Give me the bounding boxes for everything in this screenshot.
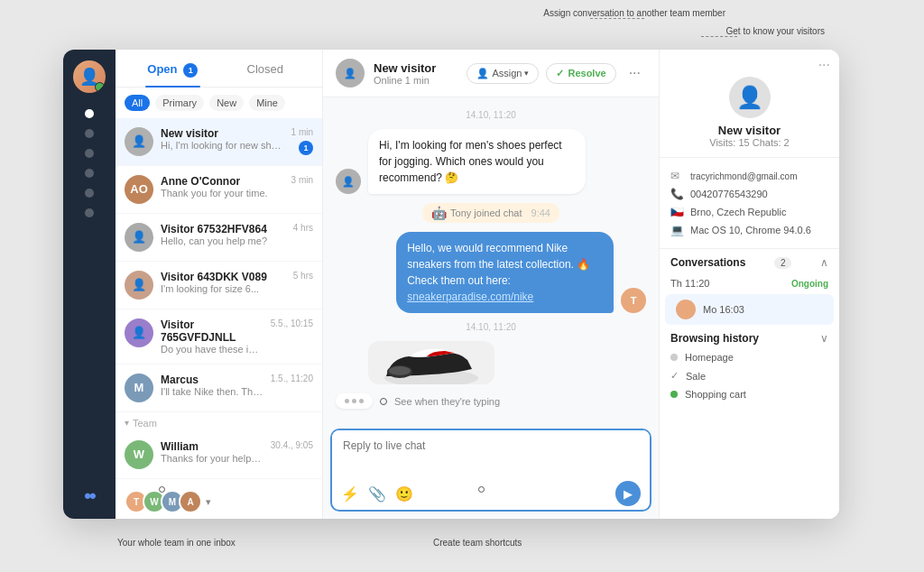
history-avatar [676, 300, 696, 319]
conv-time-william: 30.4., 9:05 [271, 440, 313, 450]
conv-item-1[interactable]: AO Anne O'Connor Thank you for your time… [116, 166, 322, 214]
visitor-profile-name: New visitor [718, 124, 781, 137]
sidebar-dot-1[interactable] [85, 109, 94, 118]
conversations-toggle[interactable]: ∧ [820, 256, 828, 269]
tab-open[interactable]: Open 1 [126, 62, 219, 87]
team-expand-icon[interactable]: ▾ [206, 496, 211, 508]
filter-mine[interactable]: Mine [249, 95, 285, 111]
conv-history-1[interactable]: Th 11:20 Ongoing [660, 272, 839, 294]
conv-name-4: Visitor 765GVFDJNLL [161, 318, 263, 344]
link-icon[interactable]: 📎 [368, 485, 386, 503]
device-value: Mac OS 10, Chrome 94.0.6 [690, 225, 811, 235]
typing-dots [336, 393, 373, 409]
filter-new[interactable]: New [209, 95, 244, 111]
conv-preview-0: Hi, I'm looking for new shoes... [161, 140, 284, 151]
conv-time-0: 1 min [291, 127, 313, 137]
conv-preview-3: I'm looking for size 6... [161, 283, 286, 294]
conv-history-2[interactable]: Mo 16:03 [665, 294, 834, 325]
conv-avatar-2: 👤 [125, 223, 153, 252]
browsing-dot-1 [670, 354, 678, 361]
location-value: Brno, Czech Republic [690, 207, 786, 217]
send-button[interactable]: ▶ [615, 481, 641, 506]
conv-item-5[interactable]: M Marcus I'll take Nike then. Thanks. 1.… [116, 364, 322, 412]
open-badge: 1 [183, 63, 198, 78]
sidebar: 👤 •• [63, 50, 116, 519]
visitor-avatar-large: 👤 [729, 77, 771, 118]
conv-preview-william: Thanks for your help. Appreciate it. [161, 453, 263, 464]
conv-item-0[interactable]: 👤 New visitor Hi, I'm looking for new sh… [116, 118, 322, 166]
device-icon: 💻 [670, 224, 683, 236]
conv-time-1: 3 min [291, 175, 313, 185]
chat-input[interactable] [332, 430, 650, 474]
sidebar-dot-6[interactable] [85, 208, 94, 217]
filter-primary[interactable]: Primary [155, 95, 204, 111]
visitor-details: ✉ tracyrichmond@gmail.com 📞 004207765432… [660, 158, 839, 249]
detail-phone: 📞 00420776543290 [670, 185, 828, 203]
typing-row: See when they're typing [336, 393, 646, 409]
resolve-button[interactable]: ✓ Resolve [546, 63, 615, 84]
typing-hint-text: See when they're typing [394, 396, 500, 407]
conv-name-3: Visitor 643DKK V089 [161, 271, 286, 283]
msg-avatar-visitor: 👤 [336, 169, 361, 194]
detail-device: 💻 Mac OS 10, Chrome 94.0.6 [670, 221, 828, 239]
msg-timestamp-2: 14.10, 11:20 [336, 322, 646, 332]
chat-input-area: ⚡ 📎 🙂 ▶ [330, 429, 651, 512]
browsing-toggle[interactable]: ∨ [820, 332, 828, 345]
svg-point-2 [389, 366, 411, 375]
sidebar-dot-4[interactable] [85, 169, 94, 178]
conv-preview-1: Thank you for your time. [161, 188, 284, 198]
browsing-label-3: Shopping cart [685, 389, 746, 400]
conv-item-2[interactable]: 👤 Visitor 67532HFV864 Hello, can you hel… [116, 214, 322, 262]
conversations-section: Conversations 2 ∧ Th 11:20 Ongoing Mo 16… [660, 249, 839, 325]
conv-item-william[interactable]: W William Thanks for your help. Apprecia… [116, 431, 322, 479]
email-icon: ✉ [670, 170, 683, 182]
annotation-visitors: Get to know your visitors [726, 25, 825, 37]
conv-tabs: Open 1 Closed [116, 50, 322, 88]
user-avatar[interactable]: 👤 [73, 60, 106, 93]
browsing-title: Browsing history [670, 332, 759, 345]
right-more-button[interactable]: ··· [818, 57, 830, 73]
shoe-image [368, 341, 494, 384]
conv-time-2: 4 hrs [293, 223, 313, 233]
tab-closed[interactable]: Closed [219, 62, 312, 87]
browsing-item-3: Shopping cart [660, 385, 839, 403]
sidebar-dot-2[interactable] [85, 129, 94, 138]
app-window: 👤 •• Open 1 Closed All Primary New [63, 50, 839, 519]
typing-hint-circle [380, 398, 387, 405]
conv-preview-2: Hello, can you help me? [161, 235, 286, 246]
conversations-count: 2 [774, 257, 792, 269]
detail-email: ✉ tracyrichmond@gmail.com [670, 167, 828, 185]
emoji-icon[interactable]: 🙂 [395, 485, 413, 503]
msg-timestamp-1: 14.10, 11:20 [336, 110, 646, 120]
conversations-panel: Open 1 Closed All Primary New Mine 👤 New… [116, 50, 323, 519]
team-mini-4: A [179, 490, 202, 513]
annotation-shortcuts: Create team shortcuts [433, 537, 522, 549]
conv-preview-5: I'll take Nike then. Thanks. [161, 386, 263, 397]
conv-unread-0: 1 [299, 141, 313, 155]
conv-item-3[interactable]: 👤 Visitor 643DKK V089 I'm looking for si… [116, 262, 322, 309]
visitor-profile: 👤 New visitor Visits: 15 Chats: 2 [660, 73, 839, 158]
conv-avatar-william: W [125, 440, 153, 469]
conv-name-5: Marcus [161, 374, 263, 386]
conversations-section-header: Conversations 2 ∧ [660, 249, 839, 272]
chat-more-button[interactable]: ··· [624, 63, 646, 83]
attachment-icon[interactable]: ⚡ [341, 485, 359, 503]
detail-location: 🇨🇿 Brno, Czech Republic [670, 203, 828, 221]
assign-button[interactable]: 👤 Assign ▾ [467, 63, 539, 84]
browsing-section-header: Browsing history ∨ [660, 325, 839, 348]
conversations-title: Conversations [670, 256, 745, 269]
connector-line-2 [701, 36, 737, 37]
sidebar-dot-5[interactable] [85, 189, 94, 198]
conv-time-5: 1.5., 11:20 [271, 374, 313, 383]
filter-all[interactable]: All [125, 95, 150, 111]
msg-bubble-outgoing-1: Hello, we would recommend Nike sneakers … [396, 232, 614, 313]
team-avatars-row: T W M A ▾ [116, 484, 322, 519]
chat-header: 👤 New visitor Online 1 min 👤 Assign ▾ ✓ … [323, 50, 659, 97]
conv-preview-4: Do you have these in blue? [161, 344, 263, 355]
team-label: Team [116, 412, 322, 431]
conv-item-4[interactable]: 👤 Visitor 765GVFDJNLL Do you have these … [116, 309, 322, 364]
sidebar-dot-3[interactable] [85, 149, 94, 158]
connector-dot-2 [478, 486, 485, 493]
system-msg-tony: 🤖 Tony joined chat 9:44 [336, 203, 646, 223]
flag-icon: 🇨🇿 [670, 206, 683, 218]
